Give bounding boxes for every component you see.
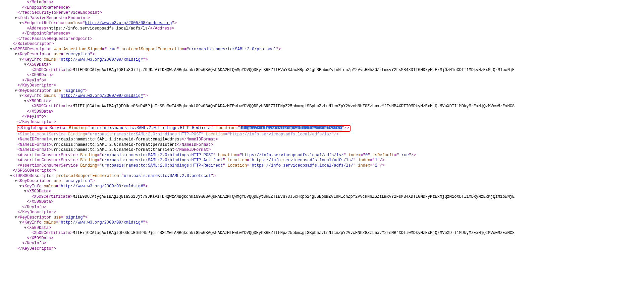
xml-line[interactable]: <SingleLogoutService Binding="urn:oasis:…: [3, 132, 641, 137]
caret-icon: ▼: [23, 99, 27, 104]
xml-line[interactable]: </EndpointReference>: [3, 31, 641, 37]
xml-line[interactable]: ▼<KeyInfo xmlns="http://www.w3.org/2000/…: [3, 184, 641, 189]
caret-icon: ▼: [14, 215, 17, 221]
caret-icon: ▼: [19, 94, 22, 99]
xml-line[interactable]: ▼<X509Data>: [3, 62, 641, 68]
xml-line[interactable]: ▼<X509Data>: [3, 226, 641, 231]
xml-line[interactable]: <X509Certificate>MIIE9DCCAtygAwIBAgIQGIa…: [3, 68, 641, 73]
xml-line[interactable]: <NameIDFormat>urn:oasis:names:tc:SAML:2.…: [3, 142, 641, 148]
caret-icon: ▼: [19, 57, 22, 63]
selected-url: https://info.serviceopsadfs.local/adfs/l…: [240, 126, 342, 130]
xml-line[interactable]: <AssertionConsumerService Binding="urn:o…: [3, 163, 641, 169]
xml-line[interactable]: </X509Data>: [3, 73, 641, 78]
xml-line[interactable]: ▼<X509Data>: [3, 189, 641, 194]
xml-line[interactable]: <NameIDFormat>urn:oasis:names:tc:SAML:2.…: [3, 147, 641, 153]
xml-line[interactable]: </SPSSODescriptor>: [3, 168, 641, 174]
xml-line[interactable]: ▼<X509Data>: [3, 99, 641, 104]
xml-line[interactable]: </Metadata>: [3, 0, 641, 5]
xml-line[interactable]: ▼<SPSSODescriptor WantAssertionsSigned="…: [3, 47, 641, 52]
xml-line[interactable]: ▼<KeyDescriptor use="encryption">: [3, 179, 641, 184]
caret-icon: ▼: [9, 174, 13, 179]
xml-line[interactable]: </KeyInfo>: [3, 205, 641, 210]
caret-icon: ▼: [14, 16, 17, 21]
xml-line[interactable]: ▼<KeyDescriptor use="signing">: [3, 88, 641, 94]
caret-icon: ▼: [23, 226, 27, 231]
xml-line[interactable]: </KeyDescriptor>: [3, 120, 641, 125]
xml-line[interactable]: </KeyDescriptor>: [3, 246, 641, 252]
caret-icon: ▼: [14, 88, 17, 94]
xml-line[interactable]: <NameIDFormat>urn:oasis:names:tc:SAML:1.…: [3, 137, 641, 142]
xml-line[interactable]: </KeyInfo>: [3, 78, 641, 83]
xml-line[interactable]: <Address>https://info.serviceopsadfs.loc…: [3, 26, 641, 32]
xml-line[interactable]: ▼<IDPSSODescriptor protocolSupportEnumer…: [3, 174, 641, 179]
xml-line[interactable]: </RoleDescriptor>: [3, 42, 641, 47]
xml-line[interactable]: </KeyDescriptor>: [3, 83, 641, 88]
xml-line[interactable]: </X509Data>: [3, 199, 641, 205]
caret-icon: ▼: [19, 184, 22, 189]
xml-tree-viewer: </Metadata> </EndpointReference> </fed:S…: [0, 0, 644, 254]
caret-icon: ▼: [9, 47, 13, 52]
highlighted-row[interactable]: <SingleLogoutService Binding="urn:oasis:…: [3, 125, 641, 132]
xml-line[interactable]: </KeyDescriptor>: [3, 210, 641, 215]
xml-line[interactable]: <AssertionConsumerService Binding="urn:o…: [3, 153, 641, 158]
xml-line[interactable]: ▼<KeyInfo xmlns="http://www.w3.org/2000/…: [3, 57, 641, 63]
caret-icon: ▼: [23, 62, 27, 68]
xml-line[interactable]: ▼<KeyDescriptor use="encryption">: [3, 52, 641, 57]
xml-line[interactable]: <X509Certificate>MIIE7jCCAtagAwIBAgIQFOU…: [3, 231, 641, 236]
xml-line[interactable]: ▼<KeyDescriptor use="signing">: [3, 215, 641, 221]
xml-line[interactable]: </EndpointReference>: [3, 5, 641, 11]
xml-line[interactable]: <AssertionConsumerService Binding="urn:o…: [3, 158, 641, 163]
xml-line[interactable]: ▼<KeyInfo xmlns="http://www.w3.org/2000/…: [3, 220, 641, 226]
xml-line[interactable]: <X509Certificate>MIIE7jCCAtagAwIBAgIQFOU…: [3, 104, 641, 109]
caret-icon: ▼: [19, 220, 22, 226]
xml-line[interactable]: </KeyInfo>: [3, 114, 641, 120]
xml-line[interactable]: </X509Data>: [3, 109, 641, 115]
xml-line[interactable]: ▼<KeyInfo xmlns="http://www.w3.org/2000/…: [3, 94, 641, 99]
caret-icon: ▼: [19, 21, 22, 26]
caret-icon: ▼: [23, 189, 27, 194]
xml-line[interactable]: </KeyInfo>: [3, 241, 641, 246]
caret-icon: ▼: [14, 179, 17, 184]
xml-line[interactable]: </fed:PassiveRequestorEndpoint>: [3, 37, 641, 42]
xml-line[interactable]: <X509Certificate>MIIE9DCCAtygAwIBAgIQGIa…: [3, 194, 641, 200]
xml-line[interactable]: ▼<EndpointReference xmlns="http://www.w3…: [3, 21, 641, 26]
caret-icon: ▼: [14, 52, 17, 57]
xml-line[interactable]: ▼<fed:PassiveRequestorEndpoint>: [3, 16, 641, 21]
xml-line[interactable]: </X509Data>: [3, 236, 641, 241]
xml-line[interactable]: </fed:SecurityTokenServiceEndpoint>: [3, 10, 641, 16]
